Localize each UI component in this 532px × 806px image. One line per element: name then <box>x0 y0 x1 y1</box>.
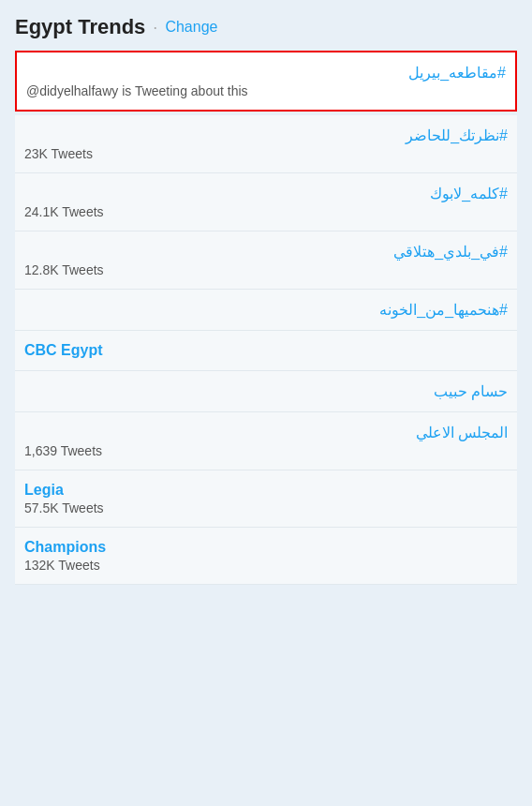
trend-sub-1: @didyelhalfawy is Tweeting about this <box>26 83 506 98</box>
trend-tweets-2: 23K Tweets <box>24 146 508 161</box>
trend-name-8: المجلس الاعلي <box>24 424 508 441</box>
trend-tweets-4: 12.8K Tweets <box>24 262 508 277</box>
trend-name-2: #نظرتك_للحاضر <box>24 127 508 144</box>
trend-name-6: CBC Egypt <box>24 342 508 359</box>
trend-tweets-10: 132K Tweets <box>24 558 508 573</box>
trend-item-9[interactable]: Legia57.5K Tweets <box>15 470 517 528</box>
trend-item-6[interactable]: CBC Egypt <box>15 331 517 371</box>
trend-name-7: حسام حبيب <box>24 382 508 400</box>
header-dot: · <box>153 18 157 37</box>
header: Egypt Trends · Change <box>15 15 517 39</box>
trend-tweets-3: 24.1K Tweets <box>24 204 508 219</box>
trend-item-8[interactable]: المجلس الاعلي1,639 Tweets <box>15 412 517 470</box>
trend-name-4: #في_بلدي_هتلاقي <box>24 243 508 261</box>
trend-item-7[interactable]: حسام حبيب <box>15 371 517 412</box>
trend-name-5: #هنحميها_من_الخونه <box>24 301 508 319</box>
trend-item-2[interactable]: #نظرتك_للحاضر23K Tweets <box>15 115 517 173</box>
main-container: Egypt Trends · Change #مقاطعه_بيريل@didy… <box>0 0 532 806</box>
trend-name-1: #مقاطعه_بيريل <box>26 64 506 82</box>
trend-tweets-9: 57.5K Tweets <box>24 500 508 515</box>
trend-name-10: Champions <box>24 539 508 556</box>
trend-item-10[interactable]: Champions132K Tweets <box>15 528 517 585</box>
trend-item-3[interactable]: #كلمه_لابوك24.1K Tweets <box>15 173 517 231</box>
trend-item-1[interactable]: #مقاطعه_بيريل@didyelhalfawy is Tweeting … <box>15 51 517 112</box>
trend-name-9: Legia <box>24 482 508 499</box>
page-title: Egypt Trends <box>15 15 145 39</box>
trend-tweets-8: 1,639 Tweets <box>24 443 508 458</box>
trend-item-4[interactable]: #في_بلدي_هتلاقي12.8K Tweets <box>15 231 517 290</box>
trend-item-5[interactable]: #هنحميها_من_الخونه <box>15 290 517 331</box>
change-link[interactable]: Change <box>165 19 217 36</box>
trend-list: #مقاطعه_بيريل@didyelhalfawy is Tweeting … <box>15 51 517 585</box>
trend-name-3: #كلمه_لابوك <box>24 185 508 202</box>
